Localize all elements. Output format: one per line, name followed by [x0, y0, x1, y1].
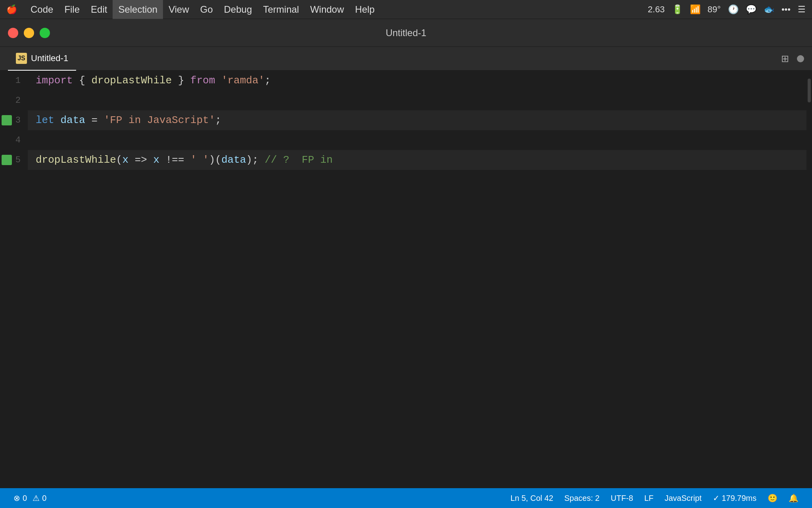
tab-label: Untitled-1	[31, 53, 68, 64]
window-titlebar: Untitled-1	[0, 19, 812, 47]
warning-count: 0	[42, 494, 46, 503]
code-line-3: let data = 'FP in JavaScript' ;	[28, 110, 806, 130]
token-space6	[147, 154, 153, 166]
status-spaces[interactable]: Spaces: 2	[559, 488, 605, 508]
line-number-4: 4	[0, 130, 28, 150]
token-let: let	[36, 114, 54, 126]
token-space3	[215, 75, 222, 87]
warning-icon: ⚠	[33, 493, 40, 503]
list-icon: ☰	[798, 4, 806, 15]
token-import: import	[36, 75, 73, 87]
clock-icon: 🕐	[728, 4, 739, 15]
error-count: 0	[23, 494, 27, 503]
encoding-text: UTF-8	[611, 494, 633, 503]
menu-selection[interactable]: Selection	[113, 0, 163, 19]
line-number-5: 5	[0, 150, 28, 170]
code-line-4	[28, 130, 806, 150]
status-timing[interactable]: ✓ 179.79ms	[707, 488, 762, 508]
token-data: data	[60, 114, 85, 126]
menubar-status: 2.63 🔋 📶 89° 🕐 💬 🐟 ••• ☰	[648, 4, 806, 15]
token-notequal: !==	[166, 154, 184, 166]
token-semi2: ;	[215, 114, 222, 126]
code-line-1: import { dropLastWhile } from 'ramda' ;	[28, 71, 806, 90]
error-icon: ⊗	[13, 493, 20, 503]
token-equals: =	[85, 114, 104, 126]
menu-window[interactable]: Window	[304, 0, 349, 19]
code-line-5: dropLastWhile ( x => x !== ' ' )( data )…	[28, 150, 806, 170]
token-space2: }	[172, 75, 190, 87]
scrollbar-track[interactable]	[806, 71, 812, 488]
scrollbar-thumb[interactable]	[808, 79, 811, 102]
status-line-ending[interactable]: LF	[639, 488, 659, 508]
token-paren3: );	[246, 154, 259, 166]
token-paren2: )(	[209, 154, 221, 166]
line-number-1: 1	[0, 71, 28, 90]
code-line-2	[28, 90, 806, 110]
menu-edit[interactable]: Edit	[85, 0, 113, 19]
menu-go[interactable]: Go	[195, 0, 218, 19]
tab-untitled[interactable]: JS Untitled-1	[8, 47, 76, 71]
language-text: JavaScript	[665, 494, 701, 503]
menu-help[interactable]: Help	[350, 0, 380, 19]
token-space4	[54, 114, 61, 126]
menu-file[interactable]: File	[59, 0, 85, 19]
wechat-icon: 💬	[746, 4, 756, 15]
token-dropLastWhile-1: dropLastWhile	[91, 75, 172, 87]
temperature: 89°	[708, 4, 721, 15]
split-editor-icon[interactable]: ⊞	[781, 53, 789, 64]
token-fp-string: 'FP in JavaScript'	[104, 114, 215, 126]
token-space-str: ' '	[184, 154, 209, 166]
dirty-indicator	[797, 55, 804, 62]
timing-text: ✓ 179.79ms	[713, 493, 756, 503]
apple-menu[interactable]: 🍎	[6, 4, 17, 15]
token-x1: x	[122, 154, 128, 166]
status-encoding[interactable]: UTF-8	[605, 488, 639, 508]
token-space7	[159, 154, 166, 166]
statusbar: ⊗ 0 ⚠ 0 Ln 5, Col 42 Spaces: 2 UTF-8 LF …	[0, 488, 812, 508]
statusbar-right: Ln 5, Col 42 Spaces: 2 UTF-8 LF JavaScri…	[505, 488, 804, 508]
bell-icon: 🔔	[789, 493, 799, 503]
maximize-button[interactable]	[40, 28, 50, 38]
token-arrow: =>	[135, 154, 147, 166]
minimize-button[interactable]	[24, 28, 34, 38]
gutter: 1 2 3 4 5	[0, 71, 28, 488]
menu-debug[interactable]: Debug	[218, 0, 258, 19]
smiley-icon: 🙂	[768, 493, 778, 503]
battery-icon: 🔋	[672, 4, 683, 15]
menu-code[interactable]: Code	[25, 0, 59, 19]
line-number-2: 2	[0, 90, 28, 110]
close-button[interactable]	[8, 28, 18, 38]
status-bell[interactable]: 🔔	[783, 488, 804, 508]
token-data2: data	[221, 154, 246, 166]
line-number-3: 3	[0, 110, 28, 130]
menu-view[interactable]: View	[163, 0, 195, 19]
breakpoint-3	[2, 115, 12, 125]
spaces-text: Spaces: 2	[564, 494, 599, 503]
breakpoint-5	[2, 155, 12, 165]
line-ending-text: LF	[644, 494, 653, 503]
window-title: Untitled-1	[386, 27, 427, 38]
status-position[interactable]: Ln 5, Col 42	[505, 488, 559, 508]
tabbar: JS Untitled-1 ⊞	[0, 47, 812, 71]
wifi-icon: 📶	[690, 4, 701, 15]
status-smiley[interactable]: 🙂	[762, 488, 783, 508]
position-text: Ln 5, Col 42	[510, 494, 553, 503]
editor-container: 1 2 3 4 5 import { dropLastWhile } from …	[0, 71, 812, 488]
token-x2: x	[153, 154, 160, 166]
menu-terminal[interactable]: Terminal	[257, 0, 304, 19]
token-space5	[128, 154, 135, 166]
more-icon: •••	[781, 4, 791, 15]
status-errors[interactable]: ⊗ 0 ⚠ 0	[8, 488, 52, 508]
token-ramda: 'ramda'	[221, 75, 264, 87]
battery-value: 2.63	[648, 4, 665, 15]
token-dropLastWhile-2: dropLastWhile	[36, 154, 116, 166]
token-paren1: (	[116, 154, 123, 166]
traffic-lights	[8, 28, 50, 38]
token-space1: {	[73, 75, 92, 87]
js-icon: JS	[16, 53, 27, 64]
status-language[interactable]: JavaScript	[659, 488, 707, 508]
finder-icon: 🐟	[764, 4, 774, 15]
code-editor[interactable]: import { dropLastWhile } from 'ramda' ; …	[28, 71, 806, 488]
token-comment: // ? FP in	[264, 154, 333, 166]
tabbar-right: ⊞	[781, 53, 804, 64]
